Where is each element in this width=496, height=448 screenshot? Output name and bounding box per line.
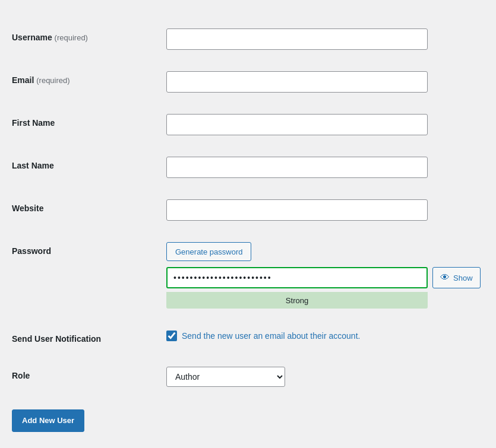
role-field-container: Subscriber Contributor Author Editor Adm… xyxy=(166,367,484,387)
website-field-container xyxy=(166,199,484,221)
email-row: Email (required) xyxy=(12,61,484,103)
first-name-row: First Name xyxy=(12,103,484,146)
username-required: (required) xyxy=(55,33,88,42)
username-row: Username (required) xyxy=(12,18,484,61)
notification-field-container: Send the new user an email about their a… xyxy=(166,330,484,342)
last-name-row: Last Name xyxy=(12,146,484,189)
password-strength-label: Strong xyxy=(286,296,308,305)
email-input[interactable] xyxy=(166,71,428,93)
password-field-container: Generate password 👁 Show Strong xyxy=(166,242,484,309)
username-label-text: Username xyxy=(12,33,52,42)
notification-label-text: Send User Notification xyxy=(12,334,101,344)
role-select[interactable]: Subscriber Contributor Author Editor Adm… xyxy=(166,367,285,387)
generate-password-button[interactable]: Generate password xyxy=(166,242,251,261)
last-name-label-text: Last Name xyxy=(12,161,54,170)
last-name-label: Last Name xyxy=(12,157,166,172)
first-name-label: First Name xyxy=(12,114,166,129)
password-label: Password xyxy=(12,242,166,258)
password-strength-bar: Strong xyxy=(166,292,428,309)
last-name-field-container xyxy=(166,157,484,178)
email-label: Email (required) xyxy=(12,71,166,87)
password-row: Password Generate password 👁 Show Strong xyxy=(12,231,484,319)
website-label: Website xyxy=(12,199,166,215)
email-field-container xyxy=(166,71,484,93)
notification-text: Send the new user an email about their a… xyxy=(182,330,360,342)
username-input[interactable] xyxy=(166,28,428,50)
password-label-text: Password xyxy=(12,246,51,256)
password-input-row: 👁 Show xyxy=(166,267,484,288)
role-row: Role Subscriber Contributor Author Edito… xyxy=(12,356,484,398)
first-name-label-text: First Name xyxy=(12,118,55,128)
username-label: Username (required) xyxy=(12,28,166,44)
website-row: Website xyxy=(12,189,484,231)
notification-row: Send User Notification Send the new user… xyxy=(12,319,484,356)
role-label: Role xyxy=(12,367,166,382)
first-name-input[interactable] xyxy=(166,114,428,135)
submit-row: Add New User xyxy=(12,398,484,432)
notification-checkbox-row: Send the new user an email about their a… xyxy=(166,330,484,342)
last-name-input[interactable] xyxy=(166,157,428,178)
show-password-button[interactable]: 👁 Show xyxy=(432,267,481,288)
first-name-field-container xyxy=(166,114,484,135)
show-password-label: Show xyxy=(453,274,473,282)
role-label-text: Role xyxy=(12,371,30,380)
website-input[interactable] xyxy=(166,199,428,221)
website-label-text: Website xyxy=(12,204,43,213)
send-notification-checkbox[interactable] xyxy=(166,331,177,341)
eye-icon: 👁 xyxy=(440,272,450,283)
username-field-container xyxy=(166,28,484,50)
add-new-user-button[interactable]: Add New User xyxy=(12,409,84,432)
notification-label: Send User Notification xyxy=(12,330,166,345)
password-input[interactable] xyxy=(166,267,428,288)
add-user-form: Username (required) Email (required) Fir… xyxy=(12,12,484,438)
email-label-text: Email xyxy=(12,75,34,85)
email-required: (required) xyxy=(36,76,69,85)
